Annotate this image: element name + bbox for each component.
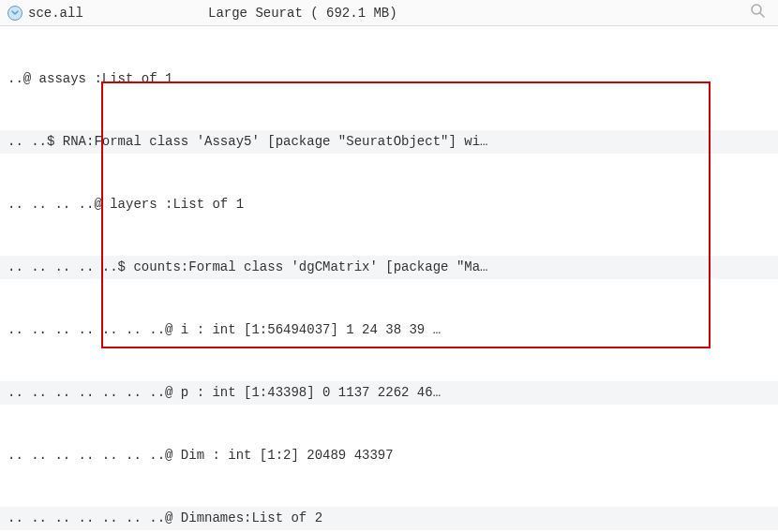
svg-line-1 [760,13,764,17]
expand-toggle-icon[interactable] [7,6,22,21]
variable-description: Large Seurat ( 692.1 MB) [208,6,746,21]
structure-line: .. .. .. ..@ layers :List of 1 [0,193,778,216]
structure-line: ..@ assays :List of 1 [0,67,778,91]
search-icon[interactable] [746,3,771,23]
structure-line: .. .. .. .. .. .. ..@ Dimnames:List of 2 [0,507,778,530]
object-header: sce.all Large Seurat ( 692.1 MB) [0,0,778,26]
object-structure-output: ..@ assays :List of 1 .. ..$ RNA:Formal … [0,26,778,532]
structure-line: .. .. .. .. ..$ counts:Formal class 'dgC… [0,256,778,279]
chevron-collapse-icon [10,8,20,18]
variable-name: sce.all [28,6,197,21]
structure-line: .. ..$ RNA:Formal class 'Assay5' [packag… [0,130,778,154]
structure-line: .. .. .. .. .. .. ..@ i : int [1:5649403… [0,318,778,342]
structure-line: .. .. .. .. .. .. ..@ p : int [1:43398] … [0,381,778,405]
structure-line: .. .. .. .. .. .. ..@ Dim : int [1:2] 20… [0,444,778,467]
